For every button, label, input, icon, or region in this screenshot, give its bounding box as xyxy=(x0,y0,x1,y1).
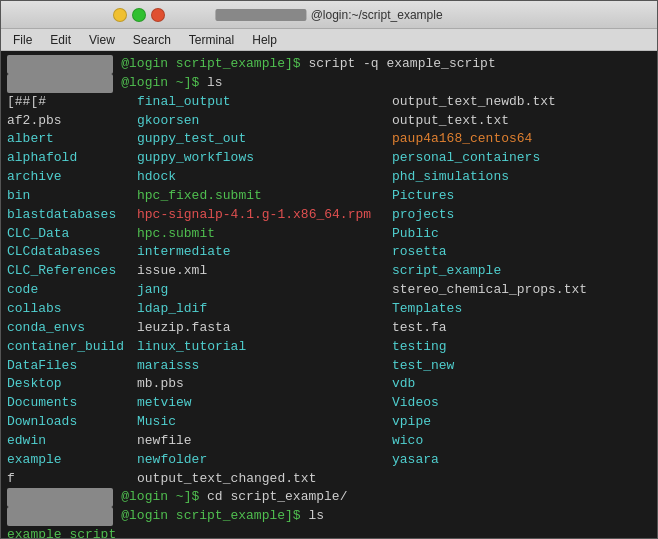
menu-view[interactable]: View xyxy=(81,31,123,49)
ls-col-2: final_output gkoorsen guppy_test_out gup… xyxy=(137,93,392,489)
menubar: File Edit View Search Terminal Help xyxy=(1,29,657,51)
terminal-line: @login ~]$ cd script_example/ xyxy=(7,488,651,507)
ls-output: [##[# af2.pbs albert alphafold archive b… xyxy=(7,93,651,489)
titlebar: @login:~/script_example xyxy=(1,1,657,29)
redacted-prompt xyxy=(7,74,113,93)
user-redacted xyxy=(215,9,306,21)
minimize-button[interactable] xyxy=(113,8,127,22)
menu-help[interactable]: Help xyxy=(244,31,285,49)
maximize-button[interactable] xyxy=(132,8,146,22)
window-title: @login:~/script_example xyxy=(311,8,443,22)
terminal-line: @login script_example]$ script -q exampl… xyxy=(7,55,651,74)
close-button[interactable] xyxy=(151,8,165,22)
redacted-prompt xyxy=(7,55,113,74)
ls-col-3: output_text_newdb.txt output_text.txt pa… xyxy=(392,93,651,489)
terminal-line: example_script xyxy=(7,526,651,538)
menu-edit[interactable]: Edit xyxy=(42,31,79,49)
redacted-prompt xyxy=(7,488,113,507)
terminal-window: @login:~/script_example File Edit View S… xyxy=(0,0,658,539)
terminal-line: @login script_example]$ ls xyxy=(7,507,651,526)
redacted-prompt xyxy=(7,507,113,526)
ls-col-1: [##[# af2.pbs albert alphafold archive b… xyxy=(7,93,137,489)
menu-terminal[interactable]: Terminal xyxy=(181,31,242,49)
terminal-content[interactable]: @login script_example]$ script -q exampl… xyxy=(1,51,657,538)
menu-search[interactable]: Search xyxy=(125,31,179,49)
terminal-line: @login ~]$ ls xyxy=(7,74,651,93)
menu-file[interactable]: File xyxy=(5,31,40,49)
